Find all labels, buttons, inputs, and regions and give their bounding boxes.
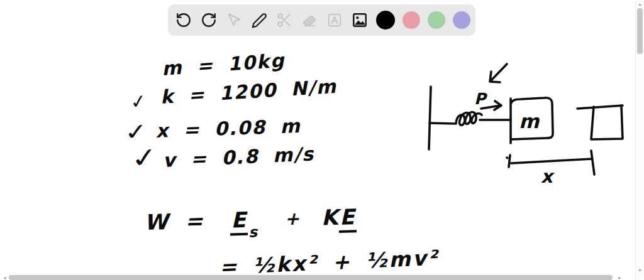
whiteboard-canvas[interactable]: m = 10kg ✓ k = 1200 N/m ✓ x = 0.08 m ✓ v… [0,0,635,274]
scroll-left-icon[interactable]: ◄ [3,276,7,280]
note-spring-constant: k = 1200 N/m [160,75,338,108]
mass-block-label: m [519,110,540,132]
color-swatch-black[interactable] [376,11,395,30]
note-mass: m = 10kg [161,49,286,80]
scroll-right-icon[interactable]: ► [618,276,622,280]
spring-coil [430,112,482,126]
note-velocity: v = 0.8 m/s [162,143,315,171]
checkmark-icon: ✓ [129,90,148,114]
vertical-scrollbar-thumb[interactable] [637,8,643,54]
redo-button[interactable] [200,11,218,29]
undo-icon [175,12,192,28]
eraser-tool-button[interactable] [301,11,318,29]
vertical-scrollbar[interactable] [635,0,644,280]
color-swatch-green[interactable] [428,11,445,29]
checkmark-icon: ✓ [128,141,160,174]
scissors-icon [276,12,292,28]
redo-icon [201,12,217,28]
work-equation: W = Es + KE [144,204,357,238]
scroll-down-icon[interactable]: ▼ [638,268,642,272]
image-icon [352,12,368,28]
select-tool-button[interactable] [225,11,243,29]
cursor-icon [226,12,242,28]
undo-button[interactable] [175,11,192,29]
pen-icon [251,12,267,28]
horizontal-scrollbar[interactable] [0,274,635,280]
equation-equals: = [184,208,204,234]
force-label: P [474,90,488,108]
equation-plus: + [284,206,300,230]
wall-line [429,87,431,149]
partial-equation-line: = ½kx² + ½mv² [219,245,439,274]
note-displacement: x = 0.08 m [155,115,301,142]
color-swatch-pink[interactable] [402,11,420,29]
scroll-up-icon[interactable]: ▲ [638,2,642,6]
horizontal-scrollbar-thumb[interactable] [9,275,613,280]
drawing-toolbar [168,4,475,36]
checkmark-icon: ✓ [123,118,149,146]
direction-arrow [490,64,507,82]
equation-term-ke: KE [321,204,357,230]
second-block [577,105,623,139]
pen-tool-button[interactable] [250,11,268,29]
text-tool-icon [326,12,343,28]
equation-term-es: Es [230,207,257,235]
equation-term-w: W [144,209,169,235]
image-tool-button[interactable] [351,11,369,29]
distance-label: x [541,166,555,187]
cut-tool-button[interactable] [275,11,293,29]
color-swatch-purple[interactable] [453,11,470,29]
text-tool-button[interactable] [326,11,343,29]
eraser-icon [301,12,318,28]
spring-mass-diagram: P m x [420,55,634,190]
